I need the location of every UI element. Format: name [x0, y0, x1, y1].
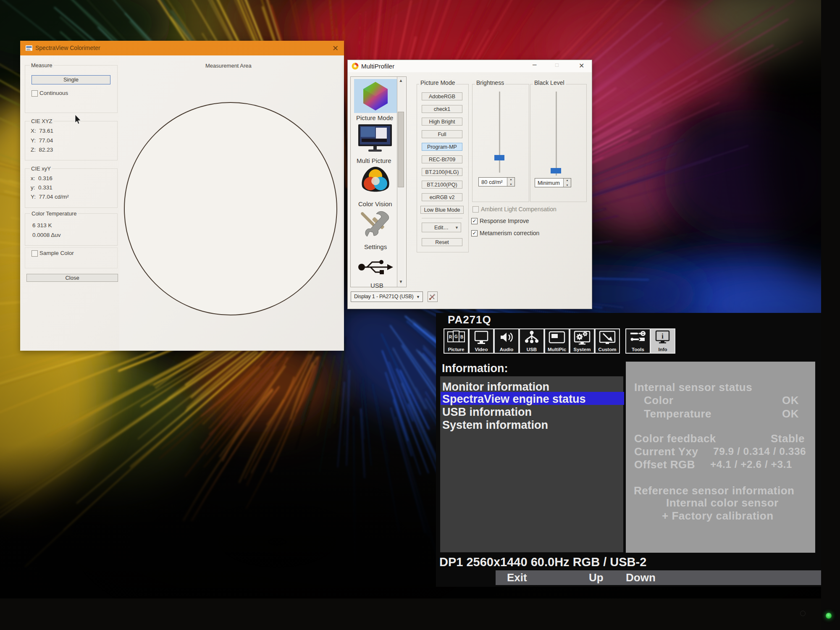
svg-text:B: B: [460, 335, 463, 339]
svg-text:G: G: [454, 334, 458, 339]
svg-text:R: R: [449, 335, 452, 339]
svg-text:i: i: [662, 333, 664, 340]
